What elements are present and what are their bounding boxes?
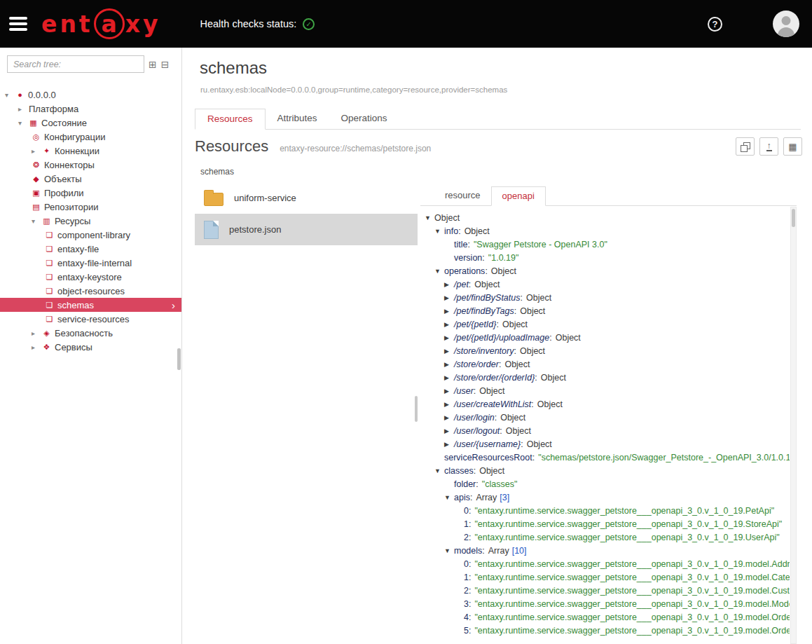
collapsed-arrow-icon[interactable]: ▸ (32, 343, 42, 351)
collapsed-arrow-icon[interactable]: ▶ (444, 425, 454, 438)
tree-item-service-resources[interactable]: ❏service-resources (0, 312, 181, 326)
json-row[interactable]: ▶/user/login:Object (423, 411, 790, 425)
json-row[interactable]: 0:"entaxy.runtime.service.swagger_petsto… (423, 505, 790, 518)
tree-item-object-resources[interactable]: ❏object-resources (0, 284, 181, 298)
tree-item-platform[interactable]: ▸Платформа (0, 102, 181, 116)
tab-operations[interactable]: Operations (329, 109, 399, 129)
tab-resources[interactable]: Resources (195, 109, 266, 130)
expanded-arrow-icon[interactable]: ▼ (434, 465, 444, 478)
upload-button[interactable]: ↑ (759, 137, 778, 156)
tree-item-component-library[interactable]: ❏component-library (0, 228, 181, 242)
tree-item-services[interactable]: ▸❖Сервисы (0, 340, 181, 354)
sidebar-scrollbar-thumb[interactable] (177, 348, 181, 370)
avatar[interactable] (773, 11, 799, 37)
collapsed-arrow-icon[interactable]: ▶ (444, 331, 454, 345)
tree-item-entaxy-file[interactable]: ❏entaxy-file (0, 242, 181, 256)
json-row[interactable]: ▼info:Object (423, 225, 790, 238)
json-row[interactable]: 3:"entaxy.runtime.service.swagger_petsto… (423, 598, 790, 611)
tab-resource[interactable]: resource (434, 186, 491, 205)
tree-item-schemas[interactable]: ❏schemas› (0, 298, 181, 312)
json-row[interactable]: folder:"classes" (423, 478, 790, 491)
expanded-arrow-icon[interactable]: ▾ (32, 217, 42, 225)
json-row[interactable]: 0:"entaxy.runtime.service.swagger_petsto… (423, 558, 790, 571)
expanded-arrow-icon[interactable]: ▾ (5, 91, 15, 99)
tree-item-objects[interactable]: ◆Объекты (0, 172, 181, 186)
file-item-uniform-service[interactable]: uniform-service (195, 182, 418, 214)
json-row[interactable]: 1:"entaxy.runtime.service.swagger_petsto… (423, 571, 790, 584)
expanded-arrow-icon[interactable]: ▼ (434, 225, 444, 238)
json-row[interactable]: ▶/store/order/{orderId}:Object (423, 371, 790, 385)
search-input[interactable] (7, 55, 144, 73)
tree-item-security[interactable]: ▸◈Безопасность (0, 326, 181, 340)
expanded-arrow-icon[interactable]: ▾ (18, 119, 29, 127)
expanded-arrow-icon[interactable]: ▼ (444, 491, 454, 505)
collapsed-arrow-icon[interactable]: ▶ (444, 371, 454, 385)
resource-icon: ❏ (45, 287, 54, 296)
tree-item-configurations[interactable]: ◎Конфигурации (0, 130, 181, 144)
expand-all-icon[interactable]: ⊞ (149, 60, 157, 69)
expanded-arrow-icon[interactable]: ▼ (425, 212, 434, 225)
collapsed-arrow-icon[interactable]: ▸ (18, 105, 29, 113)
json-row[interactable]: serviceResourcesRoot:"schemas/petstore.j… (423, 451, 790, 465)
copy-button[interactable] (736, 137, 755, 156)
tree-item-root-node[interactable]: ▾●0.0.0.0 (0, 88, 181, 102)
menu-icon[interactable] (9, 14, 27, 34)
expanded-arrow-icon[interactable]: ▼ (444, 544, 454, 558)
grid-view-button[interactable]: ▦ (783, 137, 802, 156)
json-row[interactable]: 2:"entaxy.runtime.service.swagger_petsto… (423, 531, 790, 544)
tree-item-profiles[interactable]: ▣Профили (0, 186, 181, 200)
collapsed-arrow-icon[interactable]: ▶ (444, 438, 454, 451)
tree-item-resources[interactable]: ▾▥Ресурсы (0, 214, 181, 228)
collapsed-arrow-icon[interactable]: ▶ (444, 318, 454, 331)
json-row[interactable]: ▼models:Array[10] (423, 544, 790, 558)
json-row[interactable]: 1:"entaxy.runtime.service.swagger_petsto… (423, 518, 790, 531)
json-row[interactable]: 2:"entaxy.runtime.service.swagger_petsto… (423, 584, 790, 598)
expanded-arrow-icon[interactable]: ▼ (434, 265, 444, 278)
json-row[interactable]: title:"Swagger Petstore - OpenAPI 3.0" (423, 238, 790, 252)
help-icon[interactable]: ? (708, 17, 722, 32)
collapsed-arrow-icon[interactable]: ▸ (32, 147, 42, 155)
json-row[interactable]: ▶/pet/findByStatus:Object (423, 292, 790, 305)
collapsed-arrow-icon[interactable]: ▶ (444, 411, 454, 425)
collapsed-arrow-icon[interactable]: ▶ (444, 292, 454, 305)
collapsed-arrow-icon[interactable]: ▶ (444, 398, 454, 411)
json-row[interactable]: ▶/pet/{petId}/uploadImage:Object (423, 331, 790, 345)
collapsed-arrow-icon[interactable]: ▶ (444, 345, 454, 358)
file-panel-scrollbar-thumb[interactable] (415, 396, 418, 422)
collapsed-arrow-icon[interactable]: ▶ (444, 278, 454, 292)
json-row[interactable]: 4:"entaxy.runtime.service.swagger_petsto… (423, 611, 790, 624)
copy-icon (741, 142, 750, 151)
tree-item-connections[interactable]: ▸✦Коннекции (0, 144, 181, 158)
collapsed-arrow-icon[interactable]: ▶ (444, 358, 454, 371)
json-row[interactable]: ▶/store/order:Object (423, 358, 790, 371)
json-row[interactable]: ▶/user/createWithList:Object (423, 398, 790, 411)
json-row[interactable]: ▶/pet:Object (423, 278, 790, 292)
tab-attributes[interactable]: Attributes (266, 109, 329, 129)
json-row[interactable]: ▶/user/logout:Object (423, 425, 790, 438)
json-row[interactable]: ▶/user/{username}:Object (423, 438, 790, 451)
collapsed-arrow-icon[interactable]: ▶ (444, 305, 454, 318)
tree-item-connectors[interactable]: ❂Коннекторы (0, 158, 181, 172)
collapsed-arrow-icon[interactable]: ▸ (32, 329, 42, 337)
tree-item-entaxy-file-internal[interactable]: ❏entaxy-file-internal (0, 256, 181, 270)
tree-item-state[interactable]: ▾▦Состояние (0, 116, 181, 130)
json-scrollbar[interactable] (790, 207, 797, 644)
json-row[interactable]: ▼apis:Array[3] (423, 491, 790, 505)
json-row[interactable]: ▶/store/inventory:Object (423, 345, 790, 358)
json-row[interactable]: ▼classes:Object (423, 465, 790, 478)
tree-item-entaxy-keystore[interactable]: ❏entaxy-keystore (0, 270, 181, 284)
file-item-petstore.json[interactable]: petstore.json (195, 214, 418, 245)
json-row[interactable]: ▶/pet/findByTags:Object (423, 305, 790, 318)
collapsed-arrow-icon[interactable]: ▶ (444, 385, 454, 398)
tree-item-label: Платформа (29, 104, 78, 114)
json-row[interactable]: ▼operations:Object (423, 265, 790, 278)
collapse-all-icon[interactable]: ⊟ (161, 60, 170, 69)
json-row[interactable]: ▶/user:Object (423, 385, 790, 398)
json-row[interactable]: ▼Object (423, 212, 790, 225)
json-row[interactable]: version:"1.0.19" (423, 252, 790, 265)
tab-openapi[interactable]: openapi (491, 186, 546, 206)
json-row[interactable]: 5:"entaxy.runtime.service.swagger_petsto… (423, 624, 790, 638)
json-scrollbar-thumb[interactable] (792, 209, 795, 227)
json-row[interactable]: ▶/pet/{petId}:Object (423, 318, 790, 331)
tree-item-repositories[interactable]: ▤Репозитории (0, 200, 181, 214)
